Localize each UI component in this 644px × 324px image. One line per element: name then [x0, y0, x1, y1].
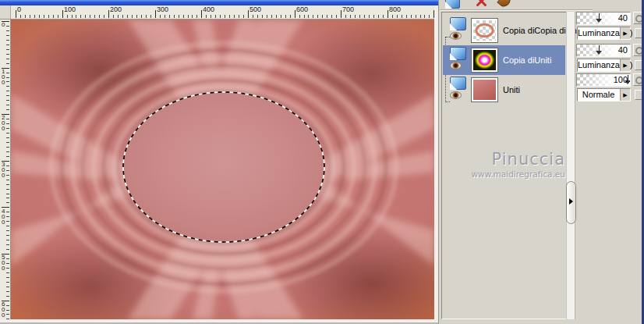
ruler-label: 100 — [64, 6, 76, 13]
watermark-name: Pinuccia — [450, 150, 565, 169]
ruler-label: 400 — [203, 6, 214, 13]
ruler-label: 600 — [2, 301, 7, 318]
opacity-value: 40 — [618, 45, 628, 55]
ruler-label: 200 — [2, 115, 7, 131]
blend-mode-value: Luminanza (L) — [578, 28, 619, 37]
dropdown-arrow-icon[interactable]: ▶ — [620, 89, 630, 101]
canvas[interactable] — [11, 20, 434, 319]
layer-name: Copia diUniti — [503, 45, 551, 75]
palette-toolbar — [440, 0, 593, 10]
palette-splitter — [566, 12, 575, 319]
ruler-label: 100 — [2, 69, 7, 85]
layers-panel: Copia diCopia diUniti Copia diUniti Unit… — [441, 12, 567, 319]
ruler-corner-box — [0, 5, 11, 20]
ruler-label: 700 — [342, 6, 354, 13]
layer-page-icon — [450, 47, 466, 60]
ruler-major-ticks — [16, 10, 434, 18]
canvas-artwork — [11, 20, 434, 319]
layer-name: Uniti — [503, 75, 520, 105]
layer-visibility-eye-icon[interactable] — [450, 32, 462, 40]
blend-mode-select-layer-1[interactable]: Luminanza (L) ▶ — [577, 27, 631, 40]
layers-palette: Copia diCopia diUniti Copia diUniti Unit… — [438, 0, 644, 324]
layer-visibility-eye-icon[interactable] — [450, 91, 462, 99]
dropdown-arrow-icon[interactable]: ▶ — [620, 27, 630, 39]
layer-visibility-eye-icon[interactable] — [450, 62, 462, 69]
blend-mode-select-layer-2[interactable]: Luminanza (L) ▶ — [577, 59, 631, 72]
opacity-slider-handle[interactable] — [596, 45, 603, 55]
new-layer-button[interactable] — [445, 0, 460, 9]
opacity-slider-layer-1[interactable]: 40 — [576, 12, 631, 25]
blend-mode-select-layer-3[interactable]: Normale ▶ — [577, 88, 631, 101]
blend-mode-value: Normale — [578, 90, 619, 99]
layer-row-copia-diuniti[interactable]: Copia diUniti — [443, 45, 565, 75]
opacity-value: 100 — [614, 75, 628, 84]
layer-thumbnail[interactable] — [471, 18, 498, 43]
delete-layer-button[interactable] — [476, 0, 488, 8]
edit-selection-button[interactable] — [497, 0, 512, 9]
blend-mode-value: Luminanza (L) — [578, 60, 619, 69]
ruler-label: 300 — [2, 162, 7, 178]
layer-row-uniti[interactable]: Uniti — [443, 75, 565, 105]
opacity-slider-handle[interactable] — [596, 13, 603, 23]
layer-page-icon — [450, 77, 466, 90]
ruler-label: 300 — [157, 6, 168, 13]
layer-page-icon — [450, 17, 466, 30]
ruler-label: 500 — [2, 255, 7, 271]
vertical-ruler[interactable]: 0 100 200 300 400 500 600 — [0, 20, 11, 319]
layer-thumbnail[interactable] — [471, 77, 498, 102]
opacity-value: 40 — [618, 13, 628, 23]
ruler-label: 500 — [249, 6, 261, 13]
horizontal-ruler[interactable]: 0 100 200 300 400 500 600 700 800 — [11, 5, 434, 20]
opacity-slider-layer-3[interactable]: 100 — [576, 73, 631, 87]
image-window-bottom-border — [0, 319, 438, 324]
layer-row-copia-dicopia-diuniti[interactable]: Copia diCopia diUniti — [443, 16, 565, 45]
layer-thumbnail[interactable] — [471, 48, 498, 73]
ruler-label: 600 — [296, 6, 308, 13]
ellipse-ring-thumb — [473, 20, 496, 41]
selection-marching-ants — [123, 92, 324, 242]
ruler-label: 200 — [110, 6, 122, 13]
image-window-titlebar — [0, 0, 438, 5]
watermark: Pinuccia www.maidiregrafica.eu — [450, 150, 565, 179]
ruler-label: 0 — [17, 6, 21, 13]
ruler-label: 400 — [2, 208, 7, 225]
dropdown-arrow-icon[interactable]: ▶ — [620, 59, 630, 71]
ruler-label: 0 — [2, 22, 7, 27]
palette-splitter-handle[interactable] — [566, 181, 576, 224]
opacity-slider-layer-2[interactable]: 40 — [576, 44, 631, 57]
ruler-label: 800 — [389, 6, 401, 13]
watermark-url: www.maidiregrafica.eu — [450, 169, 565, 179]
